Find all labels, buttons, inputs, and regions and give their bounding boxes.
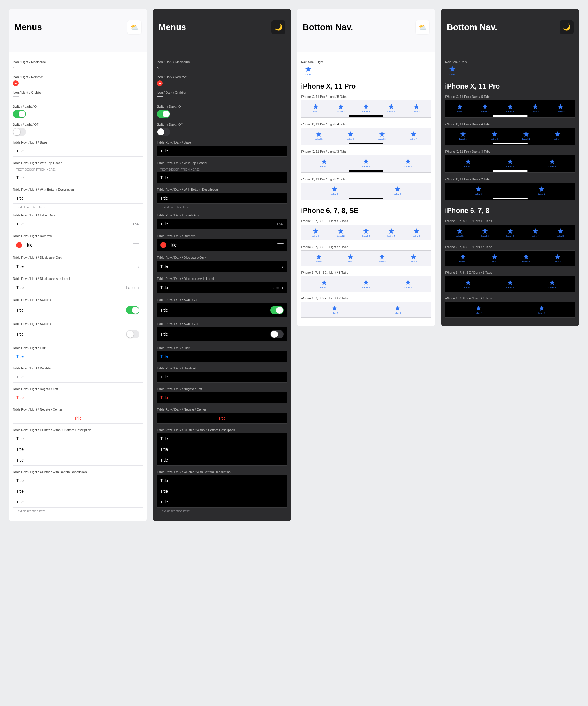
nav-tab[interactable]: Label 2 xyxy=(337,228,345,237)
table-row-label[interactable]: TitleLabel xyxy=(13,219,143,229)
table-row[interactable]: Title xyxy=(13,497,143,508)
switch-on[interactable] xyxy=(126,306,140,314)
switch-on[interactable] xyxy=(13,110,26,118)
remove-icon[interactable] xyxy=(16,242,22,248)
table-row[interactable]: Title xyxy=(13,455,143,466)
switch-off[interactable] xyxy=(13,128,26,136)
nav-tab[interactable]: Label 1 xyxy=(331,305,338,315)
nav-tab[interactable]: Label 2 xyxy=(538,305,545,315)
nav-tab[interactable]: Label 3 xyxy=(548,279,556,289)
nav-tab[interactable]: Label 2 xyxy=(394,305,401,315)
table-row[interactable]: Title xyxy=(13,433,143,444)
table-row[interactable]: Title xyxy=(13,444,143,455)
nav-tab[interactable]: Label 2 xyxy=(491,131,498,140)
nav-tab[interactable]: Label 2 xyxy=(337,103,345,113)
table-row[interactable]: Title xyxy=(157,193,287,204)
nav-item[interactable]: Label xyxy=(301,66,315,76)
switch-off[interactable] xyxy=(126,330,140,338)
table-row-remove[interactable]: Title xyxy=(157,239,287,251)
nav-tab[interactable]: Label 1 xyxy=(456,228,463,237)
nav-tab[interactable]: Label 4 xyxy=(532,228,539,237)
nav-tab[interactable]: Label 2 xyxy=(362,158,370,168)
nav-tab[interactable]: Label 1 xyxy=(315,253,322,263)
nav-tab[interactable]: Label 2 xyxy=(481,103,489,113)
nav-tab[interactable]: Label 3 xyxy=(522,131,530,140)
nav-tab[interactable]: Label 5 xyxy=(413,228,420,237)
table-row[interactable]: Title xyxy=(157,455,287,466)
nav-tab[interactable]: Label 2 xyxy=(491,253,498,263)
table-row[interactable]: Title xyxy=(157,433,287,444)
nav-tab[interactable]: Label 3 xyxy=(378,253,385,263)
nav-tab[interactable]: Label 5 xyxy=(557,228,564,237)
nav-tab[interactable]: Label 5 xyxy=(557,103,564,113)
switch-on[interactable] xyxy=(270,306,284,314)
nav-tab[interactable]: Label 4 xyxy=(554,131,561,140)
table-row[interactable]: Title xyxy=(13,486,143,497)
switch-off[interactable] xyxy=(270,330,284,338)
nav-tab[interactable]: Label 2 xyxy=(346,131,354,140)
grabber-icon[interactable] xyxy=(157,96,163,100)
table-row[interactable]: Title xyxy=(13,475,143,486)
nav-tab[interactable]: Label 5 xyxy=(413,103,420,113)
remove-icon[interactable] xyxy=(13,80,18,86)
table-row[interactable]: Title xyxy=(13,193,143,204)
nav-tab[interactable]: Label 1 xyxy=(320,279,328,289)
table-row-disclosure[interactable]: Title xyxy=(157,261,287,272)
nav-tab[interactable]: Label 3 xyxy=(506,103,514,113)
table-row-negate-center[interactable]: Title xyxy=(157,413,287,424)
table-row-link[interactable]: Title xyxy=(13,351,143,362)
table-row-link[interactable]: Title xyxy=(157,351,287,362)
nav-tab[interactable]: Label 1 xyxy=(459,131,466,140)
nav-tab[interactable]: Label 3 xyxy=(378,131,385,140)
nav-tab[interactable]: Label 1 xyxy=(312,228,319,237)
nav-tab[interactable]: Label 3 xyxy=(362,228,370,237)
nav-tab[interactable]: Label 3 xyxy=(404,158,412,168)
table-row-remove[interactable]: Title xyxy=(13,239,143,251)
nav-tab[interactable]: Label 1 xyxy=(312,103,319,113)
nav-tab[interactable]: Label 3 xyxy=(506,228,514,237)
table-row[interactable]: Title xyxy=(157,486,287,497)
grabber-icon[interactable] xyxy=(277,243,284,247)
table-row-label[interactable]: TitleLabel xyxy=(157,219,287,229)
nav-tab[interactable]: Label 1 xyxy=(331,186,338,195)
table-row-switch-on[interactable]: Title xyxy=(13,303,143,317)
table-row-switch-off[interactable]: Title xyxy=(157,327,287,342)
switch-on[interactable] xyxy=(157,110,170,118)
table-row[interactable]: Title xyxy=(13,172,143,183)
table-row-switch-on[interactable]: Title xyxy=(157,303,287,317)
nav-tab[interactable]: Label 3 xyxy=(548,158,556,168)
nav-tab[interactable]: Label 4 xyxy=(409,253,417,263)
grabber-icon[interactable] xyxy=(13,96,19,100)
switch-off[interactable] xyxy=(157,128,170,136)
table-row[interactable]: Title xyxy=(157,172,287,183)
nav-tab[interactable]: Label 1 xyxy=(459,253,466,263)
nav-tab[interactable]: Label 4 xyxy=(532,103,539,113)
table-row-switch-off[interactable]: Title xyxy=(13,327,143,342)
nav-tab[interactable]: Label 4 xyxy=(388,228,395,237)
grabber-icon[interactable] xyxy=(133,243,140,247)
nav-tab[interactable]: Label 4 xyxy=(409,131,417,140)
nav-tab[interactable]: Label 2 xyxy=(346,253,354,263)
table-row[interactable]: Title xyxy=(157,475,287,486)
nav-tab[interactable]: Label 1 xyxy=(475,305,482,315)
nav-tab[interactable]: Label 2 xyxy=(362,279,370,289)
nav-tab[interactable]: Label 1 xyxy=(456,103,463,113)
nav-tab[interactable]: Label 3 xyxy=(404,279,412,289)
table-row-disclosure-label[interactable]: TitleLabel xyxy=(157,282,287,293)
table-row-negate-left[interactable]: Title xyxy=(157,392,287,403)
nav-tab[interactable]: Label 1 xyxy=(464,279,472,289)
table-row[interactable]: Title xyxy=(157,444,287,455)
remove-icon[interactable] xyxy=(160,242,166,248)
table-row[interactable]: Title xyxy=(157,497,287,508)
table-row-disclosure[interactable]: Title xyxy=(13,261,143,272)
nav-tab[interactable]: Label 2 xyxy=(538,186,545,195)
nav-tab[interactable]: Label 1 xyxy=(475,186,482,195)
table-row-disclosure-label[interactable]: TitleLabel xyxy=(13,282,143,293)
nav-tab[interactable]: Label 2 xyxy=(481,228,489,237)
nav-tab[interactable]: Label 2 xyxy=(394,186,401,195)
nav-tab[interactable]: Label 2 xyxy=(506,279,514,289)
nav-tab[interactable]: Label 1 xyxy=(320,158,328,168)
nav-tab[interactable]: Label 2 xyxy=(506,158,514,168)
nav-tab[interactable]: Label 4 xyxy=(388,103,395,113)
remove-icon[interactable] xyxy=(157,80,163,86)
